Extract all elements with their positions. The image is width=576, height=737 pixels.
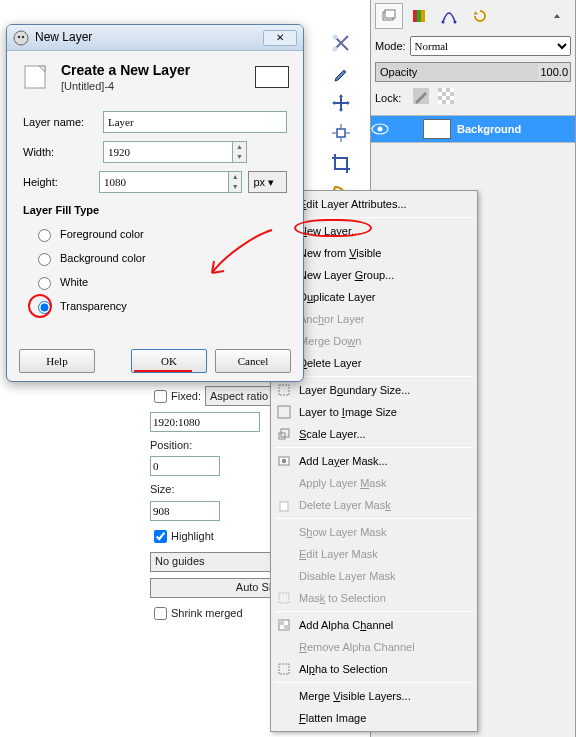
svg-rect-24 <box>280 502 288 511</box>
tab-paths[interactable] <box>435 3 463 29</box>
svg-rect-27 <box>279 620 284 625</box>
lock-alpha-icon[interactable] <box>438 88 454 104</box>
radio-background[interactable]: Background color <box>33 246 287 270</box>
new-layer-dialog: New Layer ✕ Create a New Layer [Untitled… <box>6 24 304 382</box>
svg-point-23 <box>282 459 286 463</box>
height-label: Height: <box>23 175 99 189</box>
no-guides-combo[interactable]: No guides <box>150 552 280 572</box>
alpha-icon <box>275 617 293 633</box>
svg-point-30 <box>14 31 28 45</box>
svg-rect-25 <box>279 593 289 603</box>
menu-merge-visible-layers[interactable]: Merge Visible Layers... <box>271 685 477 707</box>
layers-list: Background <box>371 115 575 143</box>
separator <box>275 518 473 519</box>
help-button[interactable]: Help <box>19 349 95 373</box>
radio-white[interactable]: White <box>33 270 287 294</box>
new-layer-icon <box>21 62 51 92</box>
separator <box>275 447 473 448</box>
ok-button[interactable]: OK <box>131 349 207 373</box>
lock-row: Lock: <box>371 84 575 111</box>
resize-icon <box>275 382 293 398</box>
fixed-label: Fixed: <box>171 389 201 403</box>
fixed-mode-combo[interactable]: Aspect ratio <box>205 386 280 406</box>
ratio-input[interactable] <box>150 412 260 432</box>
menu-show-layer-mask: Show Layer Mask <box>271 521 477 543</box>
svg-point-8 <box>378 127 383 132</box>
dialog-titlebar[interactable]: New Layer ✕ <box>7 25 303 51</box>
svg-point-10 <box>333 35 338 40</box>
tool-options-panel: Fixed: Aspect ratio Position: Size: High… <box>150 386 280 629</box>
svg-point-5 <box>442 21 445 24</box>
highlight-checkbox[interactable] <box>154 530 167 543</box>
svg-rect-18 <box>279 385 289 395</box>
menu-remove-alpha-channel: Remove Alpha Channel <box>271 636 477 658</box>
height-input[interactable] <box>99 171 229 193</box>
move-tool[interactable] <box>326 88 356 118</box>
align-tool[interactable] <box>326 118 356 148</box>
layer-thumbnail <box>423 119 451 139</box>
unit-select[interactable]: px ▾ <box>248 171 287 193</box>
separator <box>275 682 473 683</box>
blend-mode-row: Mode: Normal <box>371 32 575 60</box>
size-input[interactable] <box>150 501 220 521</box>
scale-icon <box>275 426 293 442</box>
shrink-merged-label: Shrink merged <box>171 606 243 620</box>
scissors-tool[interactable] <box>326 28 356 58</box>
dialog-subtitle: [Untitled]-4 <box>61 79 190 93</box>
delete-mask-icon <box>275 497 293 513</box>
width-spin-arrows[interactable]: ▲▼ <box>233 141 247 163</box>
blend-mode-select[interactable]: Normal <box>410 36 571 56</box>
shrink-merged-checkbox[interactable] <box>154 607 167 620</box>
dialog-button-row: Help OK Cancel <box>7 349 303 373</box>
layer-row[interactable]: Background <box>371 116 575 142</box>
opacity-value: 100.0 <box>538 65 570 79</box>
svg-rect-4 <box>421 10 425 22</box>
menu-add-alpha-channel[interactable]: Add Alpha Channel <box>271 614 477 636</box>
mode-label: Mode: <box>375 39 406 53</box>
dialog-header: Create a New Layer [Untitled]-4 <box>7 51 303 97</box>
menu-edit-layer-mask: Edit Layer Mask <box>271 543 477 565</box>
svg-point-31 <box>18 35 20 37</box>
menu-layer-boundary-size[interactable]: Layer Boundary Size... <box>271 379 477 401</box>
opacity-slider[interactable]: Opacity 100.0 <box>375 62 571 82</box>
eyedropper-tool[interactable] <box>326 58 356 88</box>
cancel-button[interactable]: Cancel <box>215 349 291 373</box>
layer-name: Background <box>457 122 521 136</box>
dialog-close-button[interactable]: ✕ <box>263 30 297 46</box>
height-spin-arrows[interactable]: ▲▼ <box>229 171 242 193</box>
dialog-body: Layer name: Width: ▲▼ Height: ▲▼ px ▾ La… <box>7 97 303 323</box>
separator <box>275 376 473 377</box>
menu-flatten-image[interactable]: Flatten Image <box>271 707 477 729</box>
tab-layers[interactable] <box>375 3 403 29</box>
menu-add-layer-mask[interactable]: Add Layer Mask... <box>271 450 477 472</box>
svg-rect-2 <box>413 10 417 22</box>
menu-layer-to-image-size[interactable]: Layer to Image Size <box>271 401 477 423</box>
width-input[interactable] <box>103 141 233 163</box>
tab-undo-history[interactable] <box>465 3 493 29</box>
fill-type-radios: Foreground color Background color White … <box>23 222 287 318</box>
menu-alpha-to-selection[interactable]: Alpha to Selection <box>271 658 477 680</box>
fixed-checkbox[interactable] <box>154 390 167 403</box>
radio-transparency[interactable]: Transparency <box>33 294 287 318</box>
position-input[interactable] <box>150 456 220 476</box>
radio-foreground[interactable]: Foreground color <box>33 222 287 246</box>
menu-scale-layer[interactable]: Scale Layer... <box>271 423 477 445</box>
size-label: Size: <box>150 482 280 496</box>
lock-label: Lock: <box>375 91 401 105</box>
lock-pixels-icon[interactable] <box>413 88 429 104</box>
auto-shrink-button[interactable]: Auto Sh <box>150 578 280 598</box>
svg-rect-19 <box>278 406 290 418</box>
dock-menu-arrow[interactable] <box>543 3 571 29</box>
width-label: Width: <box>23 145 103 159</box>
separator <box>275 217 473 218</box>
tab-channels[interactable] <box>405 3 433 29</box>
menu-mask-to-selection: Mask to Selection <box>271 587 477 609</box>
svg-rect-28 <box>284 625 289 630</box>
svg-point-6 <box>454 21 457 24</box>
visibility-toggle[interactable] <box>371 123 403 135</box>
layer-name-input[interactable] <box>103 111 287 133</box>
svg-rect-1 <box>385 10 395 18</box>
crop-tool[interactable] <box>326 148 356 178</box>
opacity-label: Opacity <box>380 65 417 79</box>
svg-point-32 <box>22 35 24 37</box>
